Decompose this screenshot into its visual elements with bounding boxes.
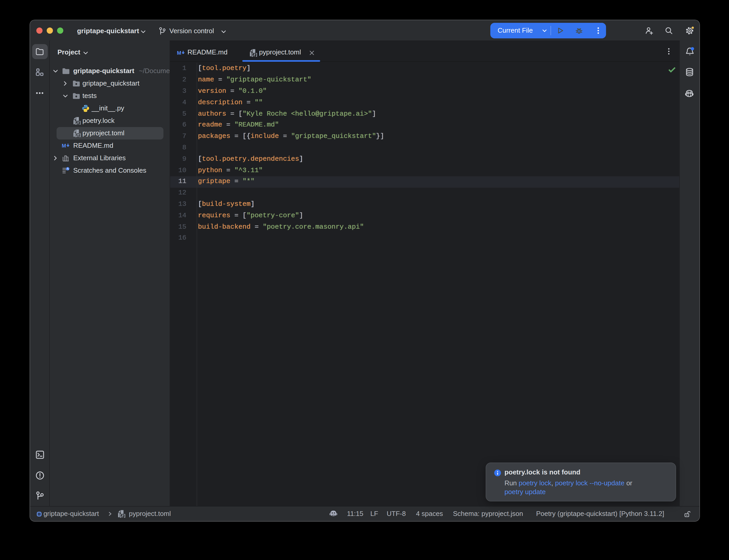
svg-text:M: M — [177, 50, 181, 56]
svg-text:M: M — [62, 143, 66, 149]
